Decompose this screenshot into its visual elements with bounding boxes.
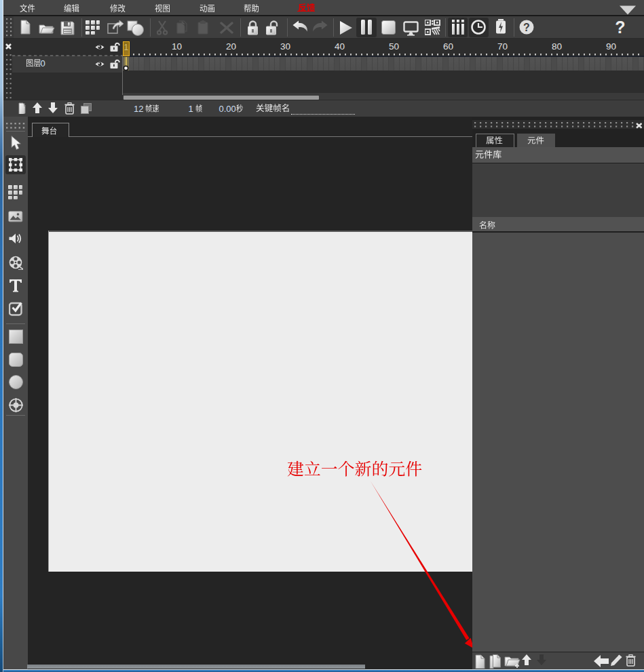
svg-text:?: ?: [523, 22, 530, 33]
